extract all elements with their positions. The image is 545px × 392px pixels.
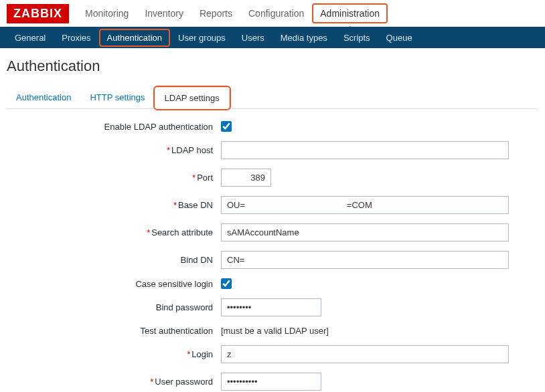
label-enable-ldap: Enable LDAP authentication xyxy=(7,122,221,132)
label-port: *Port xyxy=(7,173,221,183)
input-base-dn[interactable] xyxy=(221,196,509,214)
input-port[interactable] xyxy=(221,169,271,187)
subnav-proxies[interactable]: Proxies xyxy=(54,27,98,48)
subnav-media-types[interactable]: Media types xyxy=(272,27,335,48)
label-bind-password: Bind password xyxy=(7,302,221,312)
checkbox-enable-ldap[interactable] xyxy=(221,121,232,132)
logo: ZABBIX xyxy=(7,4,69,23)
topnav-reports[interactable]: Reports xyxy=(191,1,240,25)
label-search-attr: *Search attribute xyxy=(7,227,221,237)
input-login[interactable] xyxy=(221,345,509,363)
text-test-auth: [must be a valid LDAP user] xyxy=(221,326,329,336)
label-ldap-host: *LDAP host xyxy=(7,145,221,155)
tab-authentication[interactable]: Authentication xyxy=(7,87,80,108)
subnav-user-groups[interactable]: User groups xyxy=(170,27,234,48)
label-case-sensitive: Case sensitive login xyxy=(7,279,221,289)
subnav-authentication[interactable]: Authentication xyxy=(99,29,170,47)
input-search-attr[interactable] xyxy=(221,223,509,241)
checkbox-case-sensitive[interactable] xyxy=(221,278,232,289)
label-base-dn: *Base DN xyxy=(7,200,221,210)
subnav-general[interactable]: General xyxy=(7,27,54,48)
label-user-password: *User password xyxy=(7,377,221,387)
topnav-configuration[interactable]: Configuration xyxy=(240,1,312,25)
label-test-auth: Test authentication xyxy=(7,326,221,336)
label-bind-dn: Bind DN xyxy=(7,255,221,265)
subnav-users[interactable]: Users xyxy=(234,27,272,48)
tab-ldap-settings[interactable]: LDAP settings xyxy=(155,87,230,109)
input-ldap-host[interactable] xyxy=(221,141,509,159)
page-title: Authentication xyxy=(0,48,545,87)
subnav-queue[interactable]: Queue xyxy=(378,27,420,48)
topnav-administration[interactable]: Administration xyxy=(312,3,388,23)
label-login: *Login xyxy=(7,349,221,359)
subnav-scripts[interactable]: Scripts xyxy=(335,27,378,48)
input-bind-password[interactable] xyxy=(221,298,321,316)
input-user-password[interactable] xyxy=(221,373,321,391)
topnav-inventory[interactable]: Inventory xyxy=(137,1,191,25)
input-bind-dn[interactable] xyxy=(221,251,509,269)
topnav-monitoring[interactable]: Monitoring xyxy=(77,1,137,25)
tab-http-settings[interactable]: HTTP settings xyxy=(80,87,154,108)
